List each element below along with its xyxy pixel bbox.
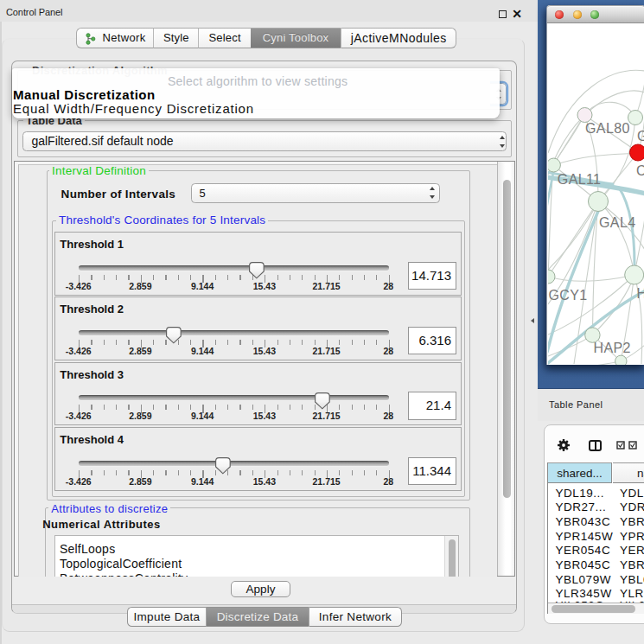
svg-text:GCY1: GCY1 (548, 288, 587, 303)
svg-text:GAL11: GAL11 (557, 172, 601, 187)
svg-text:HIS: HIS (636, 286, 644, 301)
svg-text:GAL4: GAL4 (599, 215, 636, 230)
svg-text:CDC: CDC (636, 163, 644, 178)
svg-text:HAP2: HAP2 (593, 341, 630, 355)
svg-text:GAL80: GAL80 (585, 121, 630, 136)
svg-text:GAL3: GAL3 (637, 129, 644, 143)
